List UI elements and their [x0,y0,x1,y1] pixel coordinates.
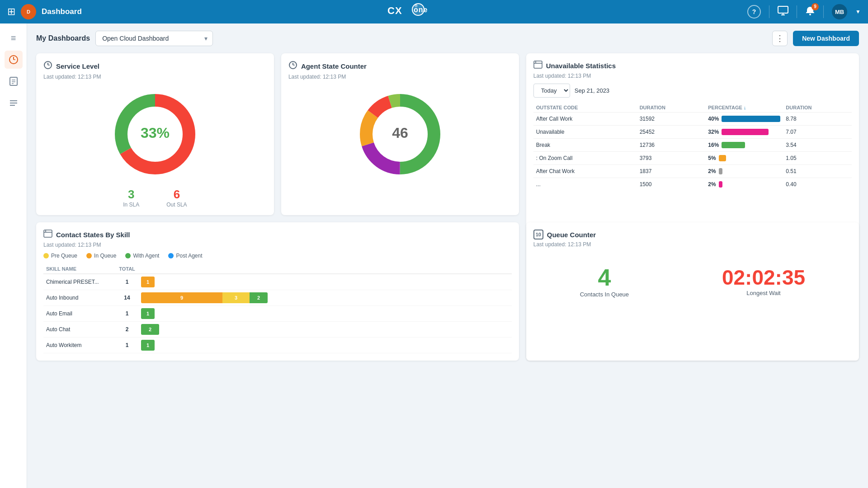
dashboard-select-wrap: Open Cloud Dashboard ▾ [95,31,213,46]
today-select[interactable]: Today [533,84,570,98]
outstate-pct: 2% [708,181,716,188]
unavailable-stats-title: Unavailable Statistics [546,62,616,70]
skill-bar-cell: 1 [138,306,512,322]
contact-states-widget: Contact States By Skill Last updated: 12… [36,222,519,361]
new-dashboard-button[interactable]: New Dashboard [793,31,859,46]
my-dashboards-label: My Dashboards [36,34,90,42]
header-bar-right: ⋮ New Dashboard [772,31,859,46]
outstate-name: Unavailable [533,126,637,139]
col-duration2: DURATION [783,103,852,113]
legend-item: Pre Queue [43,253,77,259]
contacts-in-queue-label: Contacts In Queue [580,291,629,298]
sidebar-item-dashboard[interactable] [5,51,23,69]
avatar-chevron[interactable]: ▼ [855,9,861,15]
header-bar-left: My Dashboards Open Cloud Dashboard ▾ [36,31,213,46]
user-avatar[interactable]: MB [832,4,847,19]
outstate-bar [722,129,769,135]
dashboard-grid: Service Level Last updated: 12:13 PM 33% [36,53,859,361]
stacked-bar: 1 [141,340,155,351]
legend: Pre QueueIn QueueWith AgentPost Agent [43,253,512,259]
skill-total: 14 [116,290,138,306]
skill-table-row: Auto Chat 2 2 [43,322,512,338]
dashboard-select[interactable]: Open Cloud Dashboard [95,31,213,46]
outstate-name: After Chat Work [533,165,637,178]
agent-state-widget: Agent State Counter Last updated: 12:13 … [281,53,519,215]
unavailable-stats-updated: Last updated: 12:13 PM [533,73,852,79]
col-percentage: PERCENTAGE ↓ [705,103,783,113]
outstate-duration: 25452 [637,126,706,139]
queue-counter-widget: 10 Queue Counter Last updated: 12:13 PM … [526,222,859,361]
stacked-segment: 2 [250,292,268,303]
outstate-name: ... [533,178,637,191]
notifications-icon[interactable]: 9 [805,6,815,18]
sidebar-item-menu[interactable]: ≡ [5,29,23,47]
skill-table-row: Auto Inbound 14 932 [43,290,512,306]
legend-label: In Queue [94,253,116,259]
outstate-pct: 40% [708,116,719,122]
svg-text:33%: 33% [141,125,170,141]
stats-table-row: ... 1500 2% 0.40 [533,178,852,191]
outstate-bar-cell: 5% [705,152,783,165]
stats-table-row: Break 12736 16% 3.54 [533,139,852,152]
legend-label: With Agent [133,253,159,259]
filter-row: Today Sep 21, 2023 [533,84,852,98]
contact-states-updated: Last updated: 12:13 PM [43,242,512,248]
sort-icon[interactable]: ↓ [744,105,746,110]
stats-table-row: : On Zoom Call 3793 5% 1.05 [533,152,852,165]
outstate-name: Break [533,139,637,152]
queue-metrics: 4 Contacts In Queue 02:02:35 Longest Wai… [533,252,852,311]
agent-state-icon [288,61,297,72]
col-duration: DURATION [637,103,706,113]
monitor-icon[interactable] [778,6,788,18]
skill-bar-cell: 932 [138,290,512,306]
svg-text:CX: CX [387,5,402,16]
service-level-icon [43,61,52,72]
help-icon[interactable]: ? [747,5,761,19]
today-select-wrap: Today [533,84,570,98]
out-sla-label: 6 Out SLA [166,188,187,208]
contacts-in-queue-value: 4 [580,266,629,289]
agent-state-updated: Last updated: 12:13 PM [288,74,512,80]
app-grid-icon[interactable]: ⊞ [7,6,15,18]
queue-counter-header: 10 Queue Counter [533,230,852,239]
outstate-pct: 32% [708,129,719,135]
legend-dot [125,253,131,258]
outstate-bar [719,155,726,161]
svg-point-10 [809,14,811,15]
service-level-donut: 33% [43,84,267,184]
skill-name: Auto Inbound [43,290,116,306]
notifications-badge: 9 [811,3,819,10]
skill-name: Chimerical PRESET... [43,274,116,290]
outstate-duration: 1837 [637,165,706,178]
outstate-bar-cell: 40% [705,113,783,126]
stats-table: OUTSTATE CODE DURATION PERCENTAGE ↓ DURA… [533,103,852,191]
service-level-header: Service Level [43,61,267,72]
skill-total: 2 [116,322,138,338]
outstate-dur2: 3.54 [783,139,852,152]
header-bar: My Dashboards Open Cloud Dashboard ▾ ⋮ N… [36,31,859,46]
legend-item: With Agent [125,253,159,259]
svg-rect-38 [534,61,542,68]
outstate-dur2: 7.07 [783,126,852,139]
more-options-button[interactable]: ⋮ [772,31,788,46]
sidebar-item-list[interactable] [5,94,23,112]
contact-states-icon [43,230,52,240]
svg-rect-7 [778,6,788,13]
longest-wait-value: 02:02:35 [722,267,805,288]
date-label: Sep 21, 2023 [575,87,609,94]
svg-rect-41 [44,230,52,237]
sidebar-item-reports[interactable] [5,72,23,90]
stacked-bar: 2 [141,324,159,335]
outstate-bar-cell: 32% [705,126,783,139]
skill-total: 1 [116,306,138,322]
legend-dot [43,253,49,258]
in-sla-label: 3 In SLA [123,188,139,208]
service-level-title: Service Level [56,62,99,70]
cxone-logo: CX one ® [387,3,442,20]
skill-name: Auto Chat [43,322,116,338]
skill-bar-cell: 2 [138,322,512,338]
stacked-segment: 1 [141,277,155,287]
legend-dot [168,253,174,258]
stacked-bar: 932 [141,292,268,303]
service-level-labels: 3 In SLA 6 Out SLA [43,188,267,208]
